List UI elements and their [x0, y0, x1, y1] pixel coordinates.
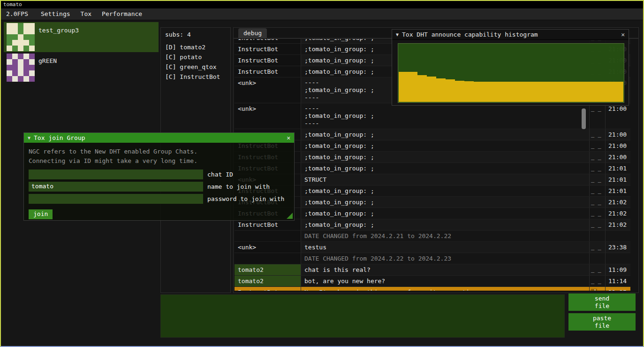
message-flags: _ _: [589, 276, 605, 286]
message-time: [605, 253, 630, 264]
message-text: ;tomato_in_group: ;: [301, 163, 589, 174]
dht-histogram-window: ▼ Tox DHT announce capability histogram …: [392, 29, 629, 106]
message-text: chat is this real?: [301, 264, 589, 275]
delivery-flag: _ _: [591, 266, 601, 273]
message-flags: _ _: [589, 103, 605, 129]
join-field-name[interactable]: tomato: [29, 182, 203, 192]
message-flags: _ _: [589, 152, 605, 162]
chat-message-row[interactable]: InstructBotNo, I've been in this group f…: [235, 287, 630, 291]
message-text: DATE CHANGED from 2024.2.21 to 2024.2.22: [301, 231, 589, 241]
chat-message-row[interactable]: tomato2chat is this real?_ _11:09: [235, 264, 630, 276]
send-file-button[interactable]: send file: [568, 293, 636, 311]
member-item[interactable]: [D] tomato2: [161, 42, 230, 52]
sender-name: InstructBot: [235, 55, 301, 66]
chat-message-row[interactable]: <unk>testus_ _23:38: [235, 242, 630, 253]
message-time: 11:09: [605, 264, 630, 275]
message-text: ;tomato_in_group: ;: [301, 208, 589, 219]
chat-scrollbar-thumb[interactable]: [582, 108, 586, 129]
histogram-bar: [605, 82, 614, 102]
message-text: ;tomato_in_group: ;: [301, 152, 589, 162]
group-item-test_group3[interactable]: test_group3: [4, 22, 159, 52]
histogram-bar: [530, 82, 539, 102]
histogram-bar: [576, 82, 586, 102]
app-window: tomato 2.0FPSSettingsToxPerformance test…: [0, 0, 644, 347]
message-flags: d: [589, 287, 605, 291]
message-flags: _ _: [589, 208, 605, 219]
chat-message-row[interactable]: tomato2bot, are you new here?_ _11:14: [235, 276, 630, 287]
member-item[interactable]: [C] potato: [161, 52, 230, 62]
histogram-bar: [455, 81, 464, 102]
delivery-flag: _ _: [591, 131, 601, 138]
histogram-bar: [586, 82, 595, 102]
menu-item-tox[interactable]: Tox: [76, 8, 97, 20]
close-icon[interactable]: ✕: [287, 134, 290, 141]
message-time: 21:01: [605, 185, 630, 196]
tab-debug[interactable]: debug: [238, 28, 267, 39]
histogram-plot[interactable]: [398, 43, 624, 103]
collapse-arrow-icon[interactable]: ▼: [28, 135, 30, 140]
message-text: ;tomato_in_group: ;: [301, 197, 589, 208]
join-group-window: ▼ Tox join Group ✕ NGC refers to the New…: [23, 132, 295, 221]
message-text: ---- ;tomato_in_group: ; ----: [301, 103, 589, 129]
sender-name: tomato2: [235, 264, 301, 275]
window-titlebar[interactable]: tomato: [1, 1, 643, 8]
message-text: testus: [301, 242, 589, 253]
message-text: STRUCT: [301, 174, 589, 185]
join-info-line: NGC refers to the New DHT enabled Group …: [29, 147, 289, 156]
menu-bar: 2.0FPSSettingsToxPerformance: [1, 8, 643, 20]
join-info: NGC refers to the New DHT enabled Group …: [24, 143, 294, 167]
join-field-password[interactable]: [29, 194, 203, 204]
sender-name: <unk>: [235, 77, 301, 103]
resize-grip[interactable]: [287, 213, 293, 219]
message-time: 21:00: [605, 103, 630, 129]
message-time: 21:02: [605, 219, 630, 230]
message-time: 21:02: [605, 208, 630, 219]
delivery-flag: _ _: [591, 165, 601, 171]
fps-counter: 2.0FPS: [1, 8, 36, 20]
join-titlebar[interactable]: ▼ Tox join Group ✕: [24, 133, 294, 143]
message-flags: _ _: [589, 174, 605, 185]
histogram-bar: [614, 82, 623, 102]
chat-date-row: DATE CHANGED from 2024.2.21 to 2024.2.22: [235, 231, 630, 242]
message-text: ;tomato_in_group: ;: [301, 185, 589, 196]
delivery-flag: _ _: [591, 187, 601, 194]
histogram-title: Tox DHT announce capability histogram: [402, 31, 538, 38]
paste-file-button[interactable]: paste file: [568, 313, 636, 331]
sender-name: <unk>: [235, 103, 301, 129]
join-field-chat-id[interactable]: [29, 170, 203, 179]
chat-message-row[interactable]: <unk>---- ;tomato_in_group: ; ----_ _21:…: [235, 103, 630, 129]
message-time: 21:00: [605, 152, 630, 162]
message-flags: _ _: [589, 140, 605, 151]
menu-item-settings[interactable]: Settings: [36, 8, 76, 20]
message-flags: [589, 253, 605, 264]
join-info-line: Connecting via ID might take a very long…: [29, 156, 289, 166]
delivery-flag: _ _: [591, 142, 601, 149]
message-flags: [589, 231, 605, 241]
histogram-bar: [548, 82, 558, 102]
histogram-bar: [520, 82, 530, 102]
window-title: tomato: [3, 1, 22, 8]
message-text: bot, are you new here?: [301, 276, 589, 286]
message-text: ;tomato_in_group: ;: [301, 129, 589, 140]
member-item[interactable]: [C] green_qtox: [161, 62, 230, 72]
message-flags: _ _: [589, 163, 605, 174]
field-label: chat ID: [207, 171, 233, 178]
field-label: name to join with: [207, 183, 270, 190]
delivery-flag: _ _: [591, 154, 601, 160]
menu-item-performance[interactable]: Performance: [97, 8, 147, 20]
join-button[interactable]: join: [29, 209, 53, 219]
delivery-flag: _ _: [591, 278, 601, 284]
member-item[interactable]: [C] InstructBot: [161, 72, 230, 82]
message-flags: _ _: [589, 197, 605, 208]
join-fields: chat IDtomatoname to join withpassword t…: [24, 170, 294, 204]
collapse-arrow-icon[interactable]: ▼: [396, 32, 399, 37]
group-item-gREEN[interactable]: gREEN: [4, 53, 159, 83]
message-input[interactable]: [160, 294, 565, 338]
histogram-bar: [595, 82, 605, 102]
histogram-titlebar[interactable]: ▼ Tox DHT announce capability histogram …: [392, 30, 629, 40]
histogram-bar: [436, 78, 446, 102]
close-icon[interactable]: ✕: [621, 31, 625, 38]
histogram-bar: [446, 79, 455, 102]
sender-name: [235, 231, 301, 241]
message-time: 21:01: [605, 174, 630, 185]
